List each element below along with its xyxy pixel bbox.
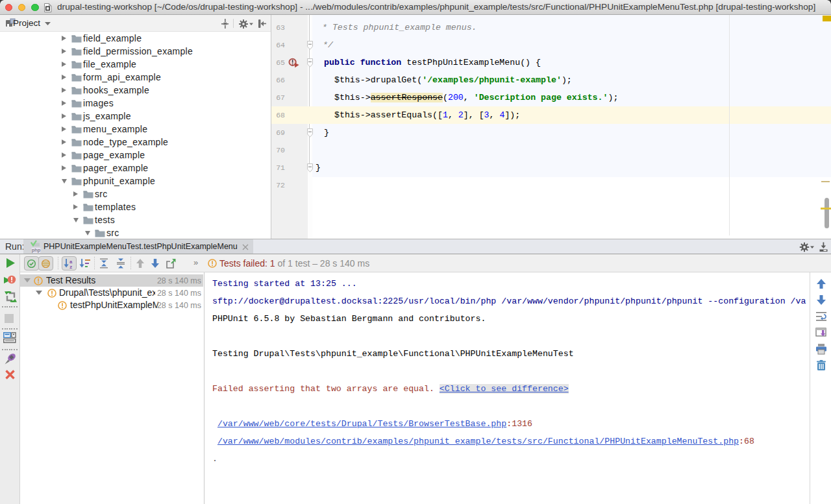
svg-text:z: z	[69, 265, 73, 270]
svg-text:a: a	[69, 259, 73, 265]
svg-text:php: php	[32, 247, 41, 253]
